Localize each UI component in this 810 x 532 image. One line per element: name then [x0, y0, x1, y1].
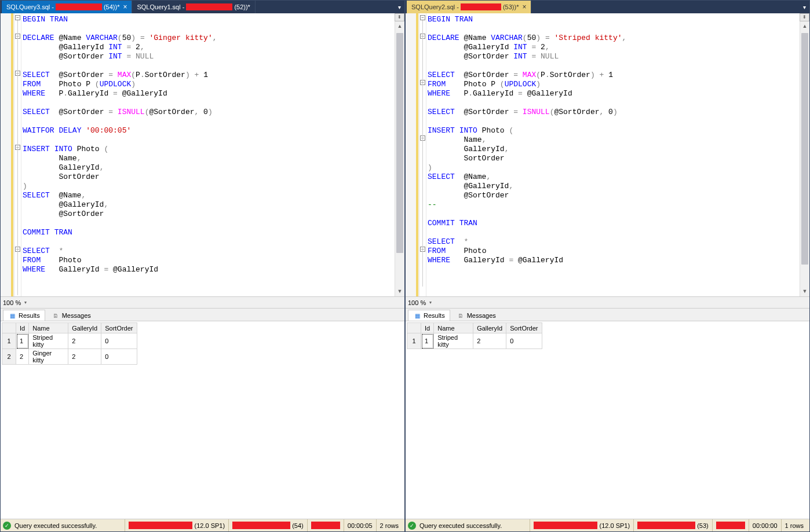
grid-header[interactable]: GalleryId — [473, 323, 506, 333]
grid-header[interactable]: Id — [421, 323, 434, 333]
grid-icon: ▦ — [413, 311, 421, 320]
grid-corner — [2, 323, 16, 333]
code-area[interactable]: BEGIN TRAN DECLARE @Name VARCHAR(50) = '… — [426, 13, 800, 296]
table-row[interactable]: 1 1 Striped kitty 2 0 — [407, 333, 542, 349]
results-grid: Id Name GalleryId SortOrder 1 1 Striped … — [2, 322, 137, 365]
grid-cell[interactable]: 1 — [421, 333, 434, 349]
left-pane: SQLQuery3.sql - (54))* × SQLQuery1.sql -… — [0, 0, 405, 532]
redacted-block — [232, 522, 290, 529]
tab-overflow-dropdown-icon[interactable]: ▾ — [803, 4, 806, 10]
messages-tab[interactable]: 🗎 Messages — [451, 310, 501, 321]
fold-toggle-icon[interactable]: − — [15, 15, 20, 20]
split-window-icon[interactable]: ⬍ — [800, 13, 809, 21]
tab-sqlquery1[interactable]: SQLQuery1.sql - (52))* — [132, 1, 255, 13]
close-icon[interactable]: × — [123, 3, 127, 11]
results-tab[interactable]: ▦ Results — [408, 310, 450, 321]
grid-header-row: Id Name GalleryId SortOrder — [2, 323, 137, 333]
right-tabbar: SQLQuery2.sql - (53))* × ▾ — [406, 1, 809, 13]
grid-cell[interactable]: 2 — [68, 349, 101, 365]
scroll-down-icon[interactable]: ▼ — [395, 287, 404, 296]
tab-label-suffix: (52))* — [234, 3, 250, 10]
tab-sqlquery2[interactable]: SQLQuery2.sql - (53))* × — [407, 1, 531, 13]
tab-label-suffix: (53))* — [503, 3, 519, 10]
right-pane: SQLQuery2.sql - (53))* × ▾ − − − − − BEG… — [405, 0, 810, 532]
table-row[interactable]: 2 2 Ginger kitty 2 0 — [2, 349, 137, 365]
status-rows: 1 rows — [781, 519, 807, 531]
tab-sqlquery3[interactable]: SQLQuery3.sql - (54))* × — [2, 1, 132, 13]
results-tab[interactable]: ▦ Results — [3, 310, 45, 321]
fold-column: − − − − − — [14, 13, 21, 296]
vertical-scrollbar[interactable]: ⬍ ▲ ▼ — [800, 13, 809, 296]
messages-tab[interactable]: 🗎 Messages — [46, 310, 96, 321]
redacted-block — [637, 522, 695, 529]
grid-cell[interactable]: Striped kitty — [29, 333, 68, 349]
redacted-block — [534, 522, 597, 529]
results-grid-area[interactable]: Id Name GalleryId SortOrder 1 1 Striped … — [1, 321, 404, 519]
status-user: (53) — [633, 519, 712, 531]
right-editor[interactable]: − − − − − BEGIN TRAN DECLARE @Name VARCH… — [406, 13, 809, 297]
zoom-dropdown-icon[interactable]: ▾ — [24, 300, 27, 305]
tab-label-prefix: SQLQuery1.sql - — [137, 3, 184, 10]
status-bar: ✓ Query executed successfully. (12.0 SP1… — [406, 519, 809, 531]
status-db — [307, 519, 344, 531]
zoom-dropdown-icon[interactable]: ▾ — [429, 300, 432, 305]
grid-header[interactable]: SortOrder — [101, 323, 137, 333]
redacted-block — [461, 3, 501, 10]
scroll-down-icon[interactable]: ▼ — [800, 287, 809, 296]
tab-label-prefix: SQLQuery2.sql - — [411, 3, 459, 10]
grid-header[interactable]: GalleryId — [68, 323, 101, 333]
grid-header[interactable]: Id — [16, 323, 29, 333]
scroll-up-icon[interactable]: ▲ — [395, 21, 404, 31]
grid-icon: ▦ — [8, 311, 16, 320]
code-area[interactable]: BEGIN TRAN DECLARE @Name VARCHAR(50) = '… — [21, 13, 395, 296]
row-number: 1 — [407, 333, 421, 349]
grid-cell[interactable]: 1 — [16, 333, 29, 349]
grid-cell[interactable]: 2 — [68, 333, 101, 349]
zoom-bar: 100 % ▾ — [1, 297, 404, 309]
zoom-value: 100 % — [3, 299, 21, 306]
success-icon: ✓ — [3, 522, 11, 530]
redacted-block — [129, 522, 192, 529]
scroll-up-icon[interactable]: ▲ — [800, 21, 809, 31]
editor-gutter — [406, 13, 419, 296]
tab-overflow-dropdown-icon[interactable]: ▾ — [398, 4, 401, 10]
grid-cell[interactable]: 2 — [16, 349, 29, 365]
message-icon: 🗎 — [457, 311, 465, 320]
status-server: (12.0 SP1) — [125, 519, 228, 531]
status-server: (12.0 SP1) — [530, 519, 633, 531]
grid-cell[interactable]: 0 — [101, 333, 137, 349]
grid-cell[interactable]: Ginger kitty — [29, 349, 68, 365]
redacted-block — [186, 3, 232, 10]
grid-header[interactable]: Name — [434, 323, 473, 333]
results-grid-area[interactable]: Id Name GalleryId SortOrder 1 1 Striped … — [406, 321, 809, 519]
scrollbar-thumb[interactable] — [396, 33, 403, 253]
redacted-block — [56, 3, 102, 10]
status-message: Query executed successfully. — [14, 522, 97, 529]
close-icon[interactable]: × — [522, 3, 526, 11]
left-editor[interactable]: − − − − − BEGIN TRAN DECLARE @Name VARCH… — [1, 13, 404, 297]
message-icon: 🗎 — [52, 311, 60, 320]
grid-header-row: Id Name GalleryId SortOrder — [407, 323, 542, 333]
grid-header[interactable]: SortOrder — [506, 323, 542, 333]
zoom-value: 100 % — [408, 299, 426, 306]
change-marker — [11, 13, 13, 296]
split-window-icon[interactable]: ⬍ — [395, 13, 404, 21]
table-row[interactable]: 1 1 Striped kitty 2 0 — [2, 333, 137, 349]
fold-toggle-icon[interactable]: − — [420, 15, 425, 20]
change-marker — [416, 13, 418, 296]
grid-cell[interactable]: Striped kitty — [434, 333, 473, 349]
status-time: 00:00:00 — [749, 519, 781, 531]
grid-cell[interactable]: 0 — [101, 349, 137, 365]
status-time: 00:00:05 — [344, 519, 376, 531]
zoom-bar: 100 % ▾ — [406, 297, 809, 309]
scrollbar-thumb[interactable] — [801, 33, 808, 265]
grid-cell[interactable]: 0 — [506, 333, 542, 349]
redacted-block — [716, 522, 745, 529]
vertical-scrollbar[interactable]: ⬍ ▲ ▼ — [395, 13, 404, 296]
status-message: Query executed successfully. — [419, 522, 502, 529]
fold-guide — [422, 20, 423, 287]
left-tabbar: SQLQuery3.sql - (54))* × SQLQuery1.sql -… — [1, 1, 404, 13]
success-icon: ✓ — [408, 522, 416, 530]
grid-header[interactable]: Name — [29, 323, 68, 333]
grid-cell[interactable]: 2 — [473, 333, 506, 349]
